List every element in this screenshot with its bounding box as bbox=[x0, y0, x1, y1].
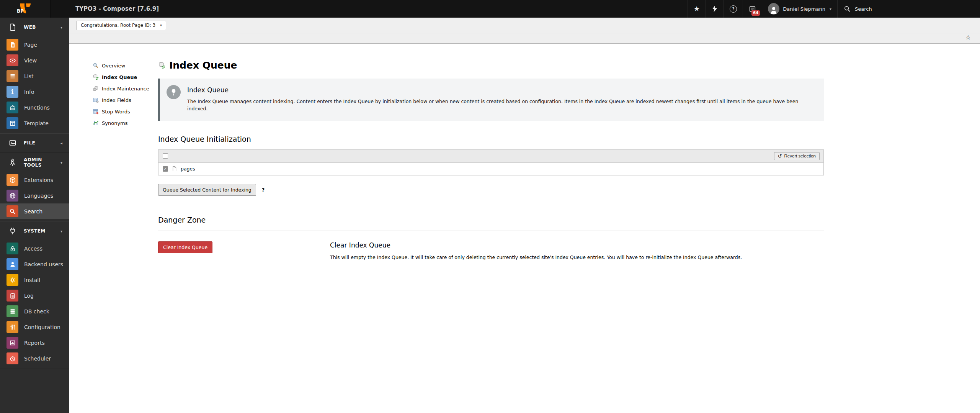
submenu-item-index-fields[interactable]: Index Fields bbox=[93, 94, 158, 106]
module-group-web-header[interactable]: WEB ▾ bbox=[0, 18, 69, 37]
module-group-admin-tools: ADMIN TOOLS ▾ Extensions Languages bbox=[0, 153, 69, 221]
table-row: ✓ pages bbox=[158, 163, 823, 175]
pages-checkbox[interactable]: ✓ bbox=[163, 166, 168, 172]
sidebar-item-template[interactable]: Template bbox=[0, 115, 69, 131]
topbar-search[interactable]: Search bbox=[837, 0, 980, 18]
sidebar-item-backend-users[interactable]: Backend users bbox=[0, 256, 69, 272]
index-queue-icon bbox=[158, 62, 165, 69]
help-question-icon[interactable]: ? bbox=[262, 187, 265, 193]
sidebar-item-view[interactable]: View bbox=[0, 52, 69, 68]
module-group-system: SYSTEM ▾ Access Backend users bbox=[0, 221, 69, 369]
sidebar-item-log[interactable]: Log bbox=[0, 288, 69, 303]
scheduler-module-icon bbox=[7, 352, 18, 364]
sidebar-item-list[interactable]: List bbox=[0, 68, 69, 84]
initialization-section-title: Index Queue Initialization bbox=[158, 135, 824, 143]
info-module-icon: i bbox=[7, 86, 18, 98]
sidebar-item-info[interactable]: i Info bbox=[0, 84, 69, 100]
help-button[interactable]: ? bbox=[724, 0, 743, 18]
initialization-table-header: ↺ Revert selection bbox=[158, 150, 823, 163]
clear-index-queue-description: This will empty the Index Queue. It will… bbox=[330, 254, 742, 261]
search-icon bbox=[844, 6, 851, 12]
module-group-web: WEB ▾ Page View bbox=[0, 18, 69, 133]
sidebar-item-extensions[interactable]: Extensions bbox=[0, 172, 69, 188]
sidebar-item-functions[interactable]: Functions bbox=[0, 100, 69, 115]
chevron-down-icon: ▾ bbox=[830, 7, 831, 11]
revert-selection-button[interactable]: ↺ Revert selection bbox=[774, 152, 820, 160]
module-menu: WEB ▾ Page View bbox=[0, 18, 69, 413]
submenu-item-synonyms[interactable]: Synonyms bbox=[93, 117, 158, 129]
overview-icon bbox=[93, 62, 99, 69]
file-image-icon bbox=[9, 139, 16, 147]
reports-module-icon bbox=[7, 337, 18, 349]
callout-text: The Index Queue manages content indexing… bbox=[187, 98, 815, 113]
star-icon: ★ bbox=[694, 5, 700, 12]
module-group-admin-tools-header[interactable]: ADMIN TOOLS ▾ bbox=[0, 153, 69, 172]
info-callout: Index Queue The Index Queue manages cont… bbox=[158, 79, 824, 121]
module-group-system-header[interactable]: SYSTEM ▾ bbox=[0, 221, 69, 241]
rocket-icon bbox=[9, 159, 16, 166]
submenu-item-index-maintenance[interactable]: Index Maintenance bbox=[93, 83, 158, 94]
module-group-file-header[interactable]: FILE ◂ bbox=[0, 133, 69, 152]
db-check-module-icon bbox=[7, 305, 18, 317]
sidebar-item-languages[interactable]: Languages bbox=[0, 188, 69, 203]
list-module-icon bbox=[7, 70, 18, 82]
bookmark-star-icon[interactable]: ☆ bbox=[965, 34, 971, 41]
configuration-module-icon bbox=[7, 321, 18, 333]
top-bar: BP TYPO3 - Composer [7.6.9] ★ ? 64 bbox=[0, 0, 980, 18]
page-title: Index Queue bbox=[158, 60, 824, 71]
sidebar-item-search[interactable]: Search bbox=[0, 203, 69, 219]
page-document-icon bbox=[172, 166, 177, 172]
clear-index-queue-button[interactable]: Clear Index Queue bbox=[158, 241, 212, 253]
clear-cache-button[interactable] bbox=[706, 0, 724, 18]
log-module-icon bbox=[7, 290, 18, 302]
undo-icon: ↺ bbox=[778, 154, 782, 159]
sidebar-item-access[interactable]: Access bbox=[0, 241, 69, 256]
index-fields-icon bbox=[93, 97, 99, 103]
languages-module-icon bbox=[7, 190, 18, 202]
module-body: Overview Index Queue bbox=[69, 44, 980, 413]
user-icon bbox=[769, 5, 778, 15]
select-all-checkbox[interactable] bbox=[163, 153, 168, 159]
sidebar-item-page[interactable]: Page bbox=[0, 37, 69, 52]
danger-zone-title: Danger Zone bbox=[158, 216, 824, 224]
queue-selected-content-button[interactable]: Queue Selected Content for Indexing bbox=[158, 184, 256, 196]
user-menu[interactable]: Daniel Siepmann ▾ bbox=[762, 0, 837, 18]
stop-words-icon bbox=[93, 108, 99, 115]
chevron-down-icon: ▾ bbox=[60, 25, 62, 30]
sidebar-item-scheduler[interactable]: Scheduler bbox=[0, 351, 69, 366]
module-group-file: FILE ◂ bbox=[0, 133, 69, 153]
index-maintenance-icon bbox=[93, 85, 99, 92]
lightbulb-icon bbox=[167, 85, 181, 99]
page-select-value: Congratulations, Root Page ID: 3 bbox=[81, 23, 155, 28]
sidebar-item-configuration[interactable]: Configuration bbox=[0, 319, 69, 335]
submenu-item-overview[interactable]: Overview bbox=[93, 60, 158, 71]
typo3-backend: BP TYPO3 - Composer [7.6.9] ★ ? 64 bbox=[0, 0, 980, 413]
page-select[interactable]: Congratulations, Root Page ID: 3 ▾ bbox=[77, 21, 166, 30]
opened-documents-button[interactable]: 64 bbox=[743, 0, 762, 18]
index-queue-module: Index Queue Index Queue The Index Queue … bbox=[158, 60, 824, 413]
chevron-down-icon: ▾ bbox=[60, 161, 62, 165]
topbar-toolbar: ★ ? 64 bbox=[688, 0, 980, 18]
synonyms-icon bbox=[93, 120, 99, 126]
sidebar-item-reports[interactable]: Reports bbox=[0, 335, 69, 351]
logo-letters: BP bbox=[17, 8, 24, 14]
sidebar-item-db-check[interactable]: DB check bbox=[0, 303, 69, 319]
sidebar-item-install[interactable]: Install bbox=[0, 272, 69, 288]
avatar bbox=[768, 3, 779, 15]
docheader: Congratulations, Root Page ID: 3 ▾ ☆ bbox=[69, 18, 980, 44]
help-icon: ? bbox=[730, 5, 737, 13]
submenu-item-index-queue[interactable]: Index Queue bbox=[93, 71, 158, 83]
install-module-icon bbox=[7, 274, 18, 286]
function-menu: Overview Index Queue bbox=[93, 60, 158, 413]
callout-title: Index Queue bbox=[187, 86, 815, 94]
queue-actions: Queue Selected Content for Indexing ? bbox=[158, 184, 824, 196]
chevron-down-icon: ▾ bbox=[160, 23, 162, 27]
divider bbox=[158, 231, 824, 231]
submenu-item-stop-words[interactable]: Stop Words bbox=[93, 106, 158, 117]
typo3-logo[interactable]: BP bbox=[0, 0, 51, 18]
plug-icon bbox=[9, 227, 16, 235]
chevron-down-icon: ▾ bbox=[60, 229, 62, 233]
shortcut-button[interactable]: ★ bbox=[688, 0, 706, 18]
clear-index-queue-heading: Clear Index Queue bbox=[330, 241, 742, 249]
initialization-table: ↺ Revert selection ✓ pages bbox=[158, 149, 824, 175]
